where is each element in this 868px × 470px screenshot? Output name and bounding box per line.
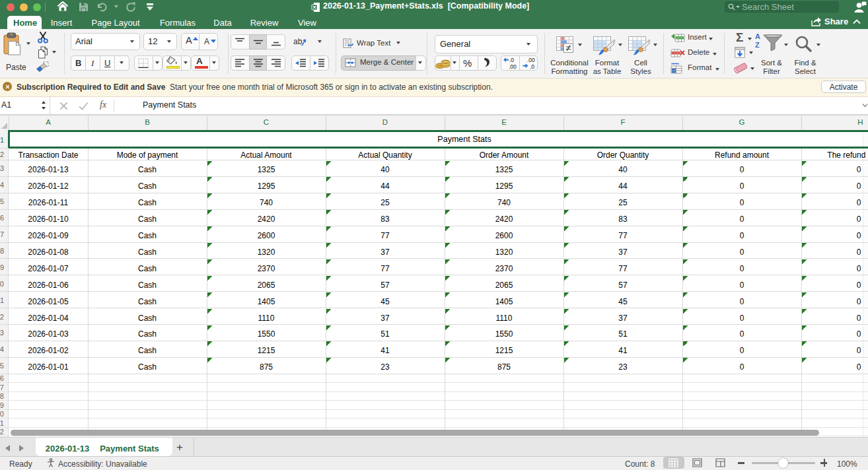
svg-text:.0: .0 <box>509 57 514 63</box>
svg-text:.00: .00 <box>527 57 535 63</box>
svg-text:ab: ab <box>293 37 303 46</box>
svg-text:.00: .00 <box>509 63 517 70</box>
svg-text:.0: .0 <box>530 63 534 70</box>
